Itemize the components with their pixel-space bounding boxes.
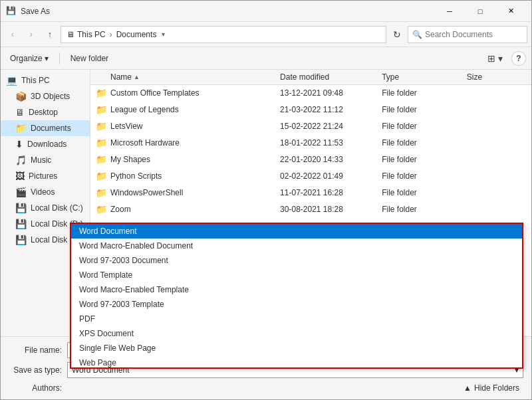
col-name-label: Name	[110, 72, 132, 82]
maximize-button[interactable]: □	[465, 1, 495, 22]
address-path[interactable]: 🖥 This PC › Documents ▾	[61, 26, 386, 43]
col-header-type[interactable]: Type	[382, 72, 467, 82]
this-pc-icon: 💻	[6, 75, 17, 86]
sidebar-item-3d-objects[interactable]: 📦 3D Objects	[1, 88, 90, 104]
sidebar-item-documents[interactable]: 📁 Documents	[1, 120, 90, 136]
file-type-cell: File folder	[382, 188, 467, 197]
file-type-cell: File folder	[382, 155, 467, 164]
file-name-cell: Custom Office Templates	[110, 88, 280, 98]
dropdown-item-word-97-2003[interactable]: Word 97-2003 Document	[71, 253, 522, 268]
dropdown-item-pdf[interactable]: PDF	[71, 312, 522, 326]
sidebar-item-desktop[interactable]: 🖥 Desktop	[1, 104, 90, 120]
organize-button[interactable]: Organize ▾	[6, 51, 53, 66]
sidebar-item-pictures[interactable]: 🖼 Pictures	[1, 168, 90, 184]
address-bar: ‹ › ↑ 🖥 This PC › Documents ▾ ↻ 🔍	[1, 22, 531, 47]
close-button[interactable]: ✕	[495, 1, 526, 22]
dropdown-item-word-macro[interactable]: Word Macro-Enabled Document	[71, 239, 522, 253]
sidebar-label-local-c: Local Disk (C:)	[31, 203, 83, 213]
documents-icon: 📁	[15, 123, 27, 134]
file-name-cell: Python Scripts	[110, 171, 280, 181]
new-folder-label: New folder	[70, 54, 108, 63]
back-button[interactable]: ‹	[5, 27, 21, 43]
minimize-button[interactable]: ─	[434, 1, 465, 22]
file-type-cell: File folder	[382, 105, 467, 114]
col-header-name[interactable]: Name ▲	[110, 72, 280, 82]
dropdown-item-single-web[interactable]: Single File Web Page	[71, 341, 522, 355]
path-documents[interactable]: Documents	[116, 30, 157, 39]
sidebar-label-this-pc: This PC	[21, 76, 50, 85]
file-type-icon: 📁	[96, 121, 106, 132]
view-button[interactable]: ⊞ ▾	[484, 51, 506, 66]
3d-objects-icon: 📦	[15, 91, 27, 102]
file-list-header: Name ▲ Date modified Type Size	[90, 70, 531, 85]
file-type-cell: File folder	[382, 122, 467, 131]
desktop-icon: 🖥	[15, 107, 25, 118]
sidebar-label-desktop: Desktop	[29, 108, 58, 117]
title-bar-controls: ─ □ ✕	[434, 1, 526, 22]
file-type-icon: 📁	[96, 171, 106, 181]
sidebar-item-local-c[interactable]: 💾 Local Disk (C:)	[1, 200, 90, 216]
help-button[interactable]: ?	[511, 51, 526, 66]
col-header-date[interactable]: Date modified	[280, 72, 382, 82]
dropdown-item-word-macro-template[interactable]: Word Macro-Enabled Template	[71, 282, 522, 297]
col-header-size[interactable]: Size	[467, 72, 526, 82]
table-row[interactable]: 📁 LetsView 15-02-2022 21:24 File folder	[90, 118, 531, 135]
dropdown-item-web-page[interactable]: Web Page	[71, 355, 522, 369]
sidebar-item-downloads[interactable]: ⬇ Downloads	[1, 136, 90, 152]
authors-row: Authors: ▲ Hide Folders	[9, 382, 523, 394]
table-row[interactable]: 📁 WindowsPowerShell 11-07-2021 16:28 Fil…	[90, 185, 531, 201]
sidebar-label-downloads: Downloads	[27, 140, 66, 149]
file-date-cell: 22-01-2020 14:33	[280, 155, 382, 164]
file-type-cell: File folder	[382, 88, 467, 98]
file-date-cell: 21-03-2022 11:12	[280, 105, 382, 114]
up-button[interactable]: ↑	[42, 27, 58, 43]
table-row[interactable]: 📁 Zoom 30-08-2021 18:28 File folder	[90, 201, 531, 218]
sidebar-label-music: Music	[31, 155, 51, 165]
search-icon: 🔍	[412, 30, 422, 39]
file-name-cell: LetsView	[110, 122, 280, 131]
path-dropdown-arrow: ▾	[162, 31, 165, 38]
sidebar-label-videos: Videos	[31, 187, 55, 197]
dropdown-item-word-template[interactable]: Word Template	[71, 268, 522, 282]
file-date-cell: 15-02-2022 21:24	[280, 122, 382, 131]
file-date-cell: 11-07-2021 16:28	[280, 188, 382, 197]
sidebar-item-this-pc[interactable]: 💻 This PC	[1, 72, 90, 88]
file-date-cell: 13-12-2021 09:48	[280, 88, 382, 98]
local-d-icon: 💾	[15, 219, 27, 229]
file-name-cell: WindowsPowerShell	[110, 188, 280, 197]
sidebar-label-3d-objects: 3D Objects	[31, 92, 70, 101]
path-separator: ›	[110, 30, 112, 39]
search-input[interactable]	[425, 30, 525, 39]
file-type-icon: 📁	[96, 88, 106, 98]
search-box: 🔍	[408, 26, 527, 43]
refresh-button[interactable]: ↻	[389, 27, 405, 43]
table-row[interactable]: 📁 Microsoft Hardware 18-01-2022 11:53 Fi…	[90, 135, 531, 151]
save-type-dropdown: Word DocumentWord Macro-Enabled Document…	[70, 223, 523, 369]
hide-folders-button[interactable]: ▲ Hide Folders	[460, 382, 523, 394]
file-type-cell: File folder	[382, 171, 467, 181]
file-type-icon: 📁	[96, 104, 106, 115]
file-name-cell: My Shapes	[110, 155, 280, 164]
authors-label: Authors:	[9, 383, 62, 393]
downloads-icon: ⬇	[15, 139, 23, 150]
path-this-pc[interactable]: This PC	[77, 30, 106, 39]
dialog-icon: 💾	[6, 6, 17, 17]
table-row[interactable]: 📁 My Shapes 22-01-2020 14:33 File folder	[90, 151, 531, 168]
file-date-cell: 18-01-2022 11:53	[280, 138, 382, 148]
forward-button[interactable]: ›	[23, 27, 39, 43]
dropdown-item-word-doc[interactable]: Word Document	[71, 224, 522, 239]
file-type-cell: File folder	[382, 138, 467, 148]
sort-arrow: ▲	[134, 74, 140, 80]
sidebar-item-videos[interactable]: 🎬 Videos	[1, 184, 90, 200]
dropdown-item-xps[interactable]: XPS Document	[71, 326, 522, 341]
save-type-label: Save as type:	[9, 365, 62, 375]
file-type-icon: 📁	[96, 138, 106, 148]
table-row[interactable]: 📁 League of Legends 21-03-2022 11:12 Fil…	[90, 102, 531, 118]
music-icon: 🎵	[15, 155, 27, 165]
file-name-cell: Zoom	[110, 205, 280, 214]
table-row[interactable]: 📁 Python Scripts 02-02-2022 01:49 File f…	[90, 168, 531, 185]
table-row[interactable]: 📁 Custom Office Templates 13-12-2021 09:…	[90, 85, 531, 102]
dropdown-item-word-97-2003-template[interactable]: Word 97-2003 Template	[71, 297, 522, 312]
sidebar-item-music[interactable]: 🎵 Music	[1, 152, 90, 168]
new-folder-button[interactable]: New folder	[66, 51, 112, 66]
